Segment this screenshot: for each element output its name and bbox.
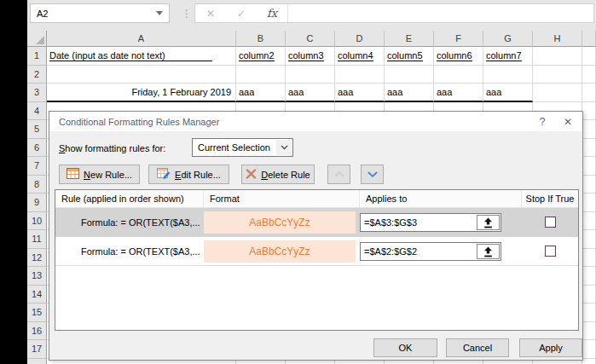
row-header[interactable]: 12 — [27, 249, 47, 268]
cell-c1[interactable]: column3 — [286, 47, 335, 66]
cell-e1[interactable]: column5 — [385, 47, 434, 66]
range-selector-icon — [483, 217, 493, 228]
cell-g1[interactable]: column7 — [483, 47, 533, 66]
cell-a2[interactable] — [47, 66, 236, 84]
enter-icon[interactable]: ✓ — [226, 8, 257, 20]
formula-input[interactable] — [287, 4, 593, 22]
move-rule-down-button[interactable] — [361, 165, 384, 184]
cell-text: column3 — [288, 50, 324, 61]
row-header[interactable]: 8 — [27, 176, 47, 194]
cell-h2[interactable] — [533, 66, 582, 84]
row-header[interactable]: 10 — [27, 212, 47, 231]
cell-b1[interactable]: column2 — [236, 47, 286, 66]
collapse-dialog-button[interactable] — [477, 244, 500, 259]
collapse-dialog-button[interactable] — [477, 215, 500, 230]
row-header[interactable]: 6 — [27, 139, 47, 158]
cell-h1[interactable] — [533, 47, 582, 66]
row-header[interactable]: 5 — [27, 120, 47, 139]
column-header-partial[interactable] — [582, 31, 596, 47]
column-header-h[interactable]: H — [533, 31, 582, 47]
applies-to-input[interactable]: =$A$3:$G$3 — [360, 213, 501, 232]
edit-rule-label: Edit Rule... — [175, 170, 221, 180]
close-button[interactable]: ✕ — [555, 112, 581, 131]
column-header-e[interactable]: E — [385, 31, 434, 47]
cell-text: column4 — [338, 50, 373, 61]
dialog-titlebar[interactable]: Conditional Formatting Rules Manager ? ✕ — [49, 112, 582, 131]
cell-d1[interactable]: column4 — [335, 47, 385, 66]
cancel-button[interactable]: Cancel — [446, 338, 509, 357]
cell-text: aaa — [437, 87, 452, 97]
formula-bar-row: A2 ⋮ ✕ ✓ fx — [27, 0, 596, 31]
chevron-down-icon[interactable] — [276, 140, 292, 155]
cell-a3[interactable]: Friday, 1 February 2019 — [47, 84, 236, 102]
column-header-c[interactable]: C — [286, 31, 335, 47]
stop-if-true-checkbox[interactable] — [545, 217, 556, 228]
cell-g3[interactable]: aaa — [483, 84, 533, 102]
column-header-d[interactable]: D — [335, 31, 385, 47]
formula-bar: ✕ ✓ fx — [194, 3, 594, 23]
rule-row[interactable]: Formula: = OR(TEXT($A3,... AaBbCcYyZz =$… — [55, 208, 578, 237]
row-header[interactable]: 11 — [27, 230, 47, 249]
applies-to-value: =$A$3:$G$3 — [364, 217, 417, 228]
cell-text: aaa — [288, 87, 304, 97]
edit-rule-button[interactable]: Edit Rule... — [148, 165, 229, 184]
cell-text: column7 — [486, 50, 522, 61]
titlebar-buttons: ? ✕ — [529, 112, 581, 131]
column-header-g[interactable]: G — [483, 31, 533, 47]
cell-e2[interactable] — [385, 66, 434, 84]
show-rules-label: Show formatting rules for: — [59, 143, 165, 153]
cell-d3[interactable]: aaa — [335, 84, 385, 102]
row-header[interactable]: 18 — [27, 359, 47, 364]
row-header[interactable]: 16 — [27, 322, 47, 341]
cell — [582, 194, 596, 212]
cell-h3[interactable] — [533, 84, 582, 102]
name-box-dropdown-icon[interactable] — [156, 11, 163, 15]
row-header[interactable]: 7 — [27, 157, 47, 176]
cell-c3[interactable]: aaa — [286, 84, 335, 102]
row-header[interactable]: 15 — [27, 303, 47, 322]
move-rule-up-button[interactable] — [327, 165, 350, 184]
formula-bar-drag-handle-icon: ⋮ — [182, 9, 192, 19]
rule-row[interactable]: Formula: = OR(TEXT($A3,... AaBbCcYyZz =$… — [55, 237, 578, 266]
cell-b3[interactable]: aaa — [236, 84, 286, 102]
row-header[interactable]: 1 — [27, 47, 47, 66]
row-header[interactable]: 13 — [27, 267, 47, 286]
cell-b2[interactable] — [236, 66, 286, 84]
applies-to-input[interactable]: =$A$2:$G$2 — [360, 242, 501, 261]
column-header-a[interactable]: A — [47, 31, 236, 47]
cell-a1[interactable]: Date (input as date not text) — [47, 47, 236, 66]
new-rule-button[interactable]: New Rule... — [59, 165, 140, 184]
cell-d2[interactable] — [335, 66, 385, 84]
cell-g2[interactable] — [483, 66, 533, 84]
row-header[interactable]: 14 — [27, 286, 47, 304]
cell — [582, 340, 596, 359]
cancel-icon[interactable]: ✕ — [195, 8, 226, 20]
column-header-b[interactable]: B — [236, 31, 286, 47]
cell — [582, 157, 596, 176]
cell — [582, 176, 596, 194]
row-header[interactable]: 3 — [27, 84, 47, 102]
cell-e3[interactable]: aaa — [385, 84, 434, 102]
cell-f2[interactable] — [434, 66, 483, 84]
apply-button[interactable]: Apply — [519, 338, 582, 357]
row-header[interactable]: 2 — [27, 66, 47, 84]
row-header[interactable]: 17 — [27, 340, 47, 359]
row-header[interactable]: 9 — [27, 194, 47, 212]
select-all-button[interactable] — [27, 31, 47, 47]
cell-f1[interactable]: column6 — [434, 47, 483, 66]
stop-if-true-checkbox[interactable] — [545, 246, 556, 257]
rule-description: Formula: = OR(TEXT($A3,... — [81, 237, 200, 266]
cell-text: column6 — [437, 50, 472, 61]
help-button[interactable]: ? — [529, 112, 555, 131]
cell-f3[interactable]: aaa — [434, 84, 483, 102]
cell-c2[interactable] — [286, 66, 335, 84]
cell — [582, 47, 596, 66]
column-header-f[interactable]: F — [434, 31, 483, 47]
name-box[interactable]: A2 — [30, 3, 170, 23]
delete-rule-button[interactable]: Delete Rule — [241, 165, 315, 184]
range-selector-icon — [483, 246, 493, 257]
scope-dropdown[interactable]: Current Selection — [192, 138, 293, 157]
row-header[interactable]: 4 — [27, 102, 47, 121]
ok-button[interactable]: OK — [373, 338, 437, 357]
insert-function-icon[interactable]: fx — [257, 7, 287, 20]
